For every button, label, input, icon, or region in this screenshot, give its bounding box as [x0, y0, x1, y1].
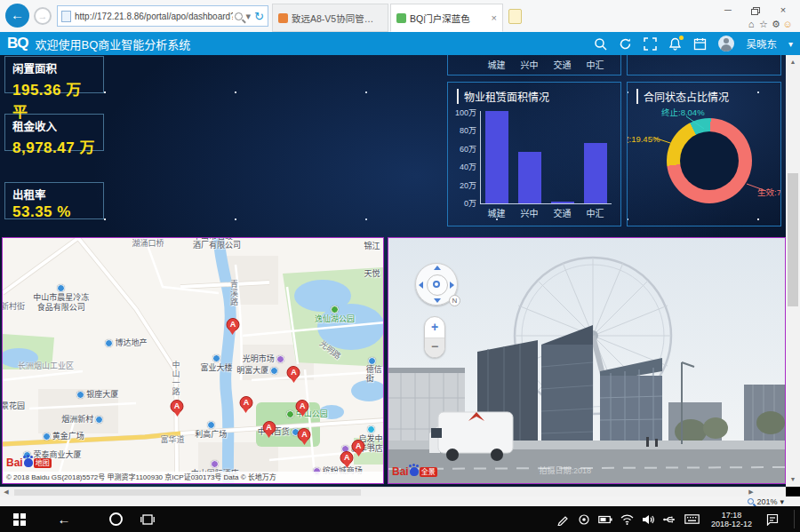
map-pin[interactable]: A [171, 400, 184, 413]
pan-reset-icon[interactable] [433, 281, 440, 288]
pan-control[interactable]: N [415, 263, 458, 306]
partial-chart-xlabels: 城建兴中交通中汇 [480, 58, 612, 71]
map-pin[interactable]: A [226, 318, 239, 331]
username[interactable]: 吴晓东 [746, 36, 777, 51]
y-tick-label: 80万 [448, 124, 476, 136]
refresh-icon[interactable]: ↻ [254, 10, 264, 23]
pan-right-icon[interactable] [450, 282, 454, 289]
search-icon[interactable] [235, 12, 243, 20]
browser-forward-button[interactable]: → [34, 7, 52, 25]
zoom-in-button[interactable]: + [425, 317, 444, 338]
horizontal-scrollbar[interactable]: ◀ ▶ [0, 487, 786, 496]
y-tick-label: 60万 [448, 143, 476, 155]
kpi-value: 8,978.47 万 [12, 135, 96, 157]
calendar-icon[interactable] [693, 37, 707, 51]
donut-chart-panel: 合同状态占比情况 终止:8.04% 效:19.45% 生效:72. [627, 82, 781, 226]
wifi-icon[interactable] [617, 506, 636, 532]
bell-icon[interactable] [668, 37, 682, 51]
map-pin[interactable]: A [287, 366, 300, 379]
taskbar-back-button[interactable]: ← [52, 506, 76, 532]
address-bar[interactable]: http://172.21.8.86/portal/apo/dashboard?… [57, 5, 268, 27]
map-pin[interactable]: A [352, 440, 365, 453]
map-pin[interactable]: A [298, 428, 311, 441]
home-icon[interactable]: ⌂ [745, 18, 757, 30]
pan-left-icon[interactable] [419, 282, 423, 289]
x-tick-label: 交通 [554, 206, 572, 219]
streetview-panel[interactable]: N + − Bai 全景 拍摄日期:2018 [388, 237, 786, 484]
map-pin[interactable]: A [262, 421, 276, 434]
map-pin[interactable]: A [296, 400, 309, 413]
scrollbar-thumb[interactable] [14, 489, 361, 496]
task-view-button[interactable] [135, 506, 160, 532]
address-dropdown-icon[interactable]: ▾ [246, 11, 252, 22]
baidu-map-badge: 地图 [34, 458, 52, 468]
avatar[interactable] [718, 36, 734, 52]
touch-keyboard-icon[interactable] [681, 506, 702, 532]
gear-icon[interactable]: ⚙ [770, 18, 782, 30]
zoom-caret-icon[interactable]: ▾ [780, 497, 784, 506]
browser-back-button[interactable]: ← [5, 4, 29, 28]
bar [584, 143, 607, 203]
donut-label-expired: 效:19.45% [627, 132, 660, 145]
kpi-value: 53.35 % [12, 203, 96, 221]
scrollbar-thumb[interactable] [788, 173, 798, 306]
pan-up-icon[interactable] [434, 266, 441, 270]
chevron-down-icon[interactable]: ▾ [788, 39, 793, 49]
kpi-rent-income: 租金收入 8,978.47 万 [4, 114, 104, 151]
taskbar: ← 17:18 2018-12-12 [0, 506, 800, 532]
map-panel[interactable]: 湖涌口桥中山市石岐 酒厂有限公司锦江天悦中山市晨星冷冻 食品有限公司新村街青溪路… [2, 237, 384, 484]
speaker-icon[interactable] [638, 506, 658, 532]
pan-down-icon[interactable] [434, 298, 441, 303]
app-title: 欢迎使用BQ商业智能分析系统 [36, 36, 191, 52]
map-pin[interactable]: A [340, 451, 354, 465]
kpi-label: 闲置面积 [12, 60, 96, 76]
taskbar-clock[interactable]: 17:18 2018-12-12 [704, 506, 759, 532]
favorites-star-icon[interactable]: ☆ [757, 18, 770, 30]
window-restore-button[interactable] [745, 3, 768, 18]
app-header: BQ 欢迎使用BQ商业智能分析系统 吴晓东 ▾ [0, 32, 800, 55]
bar-chart-yaxis: 100万80万60万40万20万0万 [448, 107, 476, 209]
browser-tab-bq-portal[interactable]: BQ门户深蓝色 × [390, 4, 503, 32]
donut-leader-lines [628, 83, 781, 226]
map-pin[interactable]: A [239, 396, 252, 409]
window-close-button[interactable]: × [772, 3, 795, 18]
windows-ink-icon[interactable] [553, 506, 572, 532]
start-button[interactable] [7, 506, 32, 532]
new-tab-button[interactable] [508, 9, 522, 24]
compass-north-badge[interactable]: N [449, 295, 460, 306]
baidu-pano-badge: 全景 [420, 467, 437, 477]
action-center-icon[interactable] [761, 506, 784, 532]
scroll-down-arrow[interactable]: ▼ [786, 472, 800, 487]
url-text[interactable]: http://172.21.8.86/portal/apo/dashboard?… [75, 12, 233, 21]
baidu-paw-icon [410, 467, 419, 476]
notification-dot [679, 36, 684, 40]
show-desktop-divider[interactable] [794, 510, 795, 528]
browser-tab-seeyon[interactable]: 致远A8-V5协同管理软件 V6.0... [272, 4, 388, 32]
bar-chart-plot [480, 111, 612, 204]
scroll-up-arrow[interactable]: ▲ [786, 55, 800, 69]
forward-arrow-icon: → [38, 11, 48, 21]
location-icon[interactable] [574, 506, 594, 532]
zoom-magnifier-icon [748, 498, 754, 504]
usb-icon[interactable] [660, 506, 679, 532]
x-tick-label: 中汇 [587, 58, 604, 71]
x-tick-label: 兴中 [521, 206, 539, 219]
header-search-icon[interactable] [594, 37, 607, 51]
battery-icon[interactable] [596, 506, 615, 532]
bar-chart-title: 物业租赁面积情况 [457, 89, 549, 104]
zoom-out-button[interactable]: − [425, 338, 444, 357]
donut-label-active: 生效:72. [757, 186, 781, 198]
status-bar: 201% ▾ [0, 496, 800, 506]
zoom-level-control[interactable]: 201% ▾ [748, 496, 784, 506]
y-tick-label: 40万 [448, 161, 476, 172]
tab-close-icon[interactable]: × [492, 12, 497, 23]
feedback-smiley-icon[interactable]: ☺ [781, 18, 794, 30]
fullscreen-icon[interactable] [644, 37, 657, 51]
tab-favicon [278, 13, 288, 23]
window-minimize-button[interactable]: ─ [716, 3, 740, 18]
cortana-button[interactable] [103, 506, 128, 532]
bar-chart-panel: 物业租赁面积情况 100万80万60万40万20万0万 城建兴中交通中汇 [447, 82, 621, 226]
sync-icon[interactable] [619, 37, 632, 51]
streetview-zoom-control[interactable]: + − [424, 316, 445, 358]
vertical-scrollbar[interactable]: ▲ ▼ [786, 55, 800, 487]
